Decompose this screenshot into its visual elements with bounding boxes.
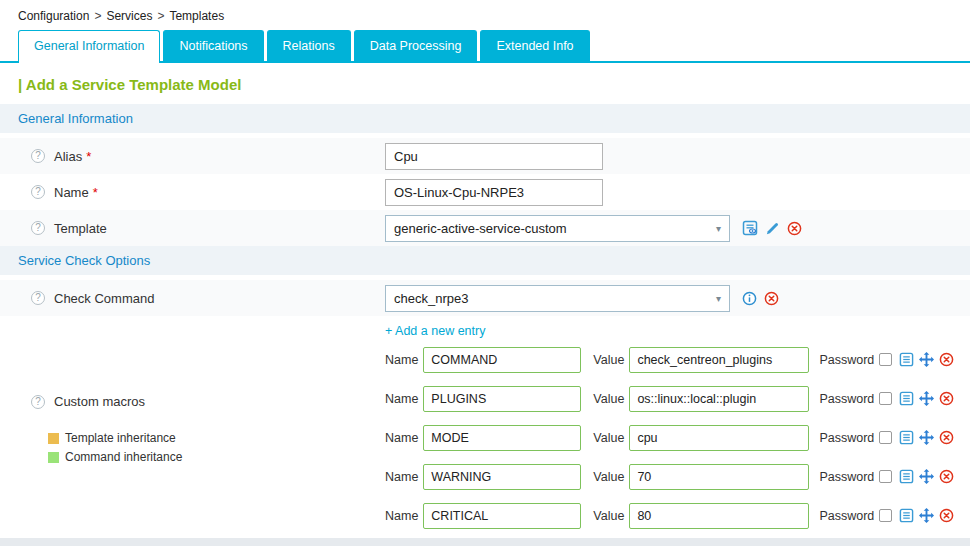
macro-row: Name Value Password <box>385 379 954 418</box>
check-command-select-value: check_nrpe3 <box>394 291 716 306</box>
view-template-icon[interactable] <box>742 220 758 236</box>
macro-password-label: Password <box>819 431 874 445</box>
macro-row: Name Value Password <box>385 418 954 457</box>
macro-row: Name Value Password <box>385 457 954 496</box>
macro-password-checkbox[interactable] <box>879 431 892 444</box>
breadcrumb-templates[interactable]: Templates <box>169 9 224 23</box>
legend-command-inheritance: Command inheritance <box>48 450 182 464</box>
legend-template-inheritance-label: Template inheritance <box>65 431 176 445</box>
macro-description-icon[interactable] <box>899 508 914 523</box>
check-command-label: Check Command <box>54 291 154 306</box>
macro-description-icon[interactable] <box>899 391 914 406</box>
tab-relations[interactable]: Relations <box>267 30 351 61</box>
command-info-icon[interactable] <box>742 291 757 306</box>
form-row-check-command: ? Check Command check_nrpe3 ▾ <box>0 280 970 316</box>
macro-name-label: Name <box>385 470 418 484</box>
template-label: Template <box>54 221 107 236</box>
tab-data-processing[interactable]: Data Processing <box>354 30 478 61</box>
macro-value-input[interactable] <box>629 386 809 412</box>
macro-value-input[interactable] <box>629 503 809 529</box>
section-service-check-options: Service Check Options <box>0 246 970 275</box>
macro-move-icon[interactable] <box>919 508 934 523</box>
macro-row: Name Value Password <box>385 496 954 535</box>
macro-password-label: Password <box>819 392 874 406</box>
macro-name-input[interactable] <box>423 464 581 490</box>
macro-password-label: Password <box>819 470 874 484</box>
macro-description-icon[interactable] <box>899 469 914 484</box>
breadcrumb: Configuration>Services>Templates <box>0 0 970 30</box>
page-title: | Add a Service Template Model <box>0 63 970 104</box>
tab-notifications[interactable]: Notifications <box>163 30 263 61</box>
macro-description-icon[interactable] <box>899 430 914 445</box>
macro-value-input[interactable] <box>629 347 809 373</box>
tab-general-information[interactable]: General Information <box>18 30 160 63</box>
name-label: Name <box>54 185 89 200</box>
macro-row: Name Value Password <box>385 340 954 379</box>
chevron-down-icon: ▾ <box>716 293 721 304</box>
macro-value-input[interactable] <box>629 425 809 451</box>
macro-delete-icon[interactable] <box>939 391 954 406</box>
macro-delete-icon[interactable] <box>939 469 954 484</box>
legend-command-inheritance-label: Command inheritance <box>65 450 182 464</box>
macro-name-input[interactable] <box>423 425 581 451</box>
macro-delete-icon[interactable] <box>939 508 954 523</box>
custom-macros-label: Custom macros <box>54 394 145 409</box>
macro-delete-icon[interactable] <box>939 430 954 445</box>
macro-name-input[interactable] <box>423 503 581 529</box>
section-general-information: General Information <box>0 104 970 133</box>
macro-password-checkbox[interactable] <box>879 392 892 405</box>
help-icon[interactable]: ? <box>31 149 45 163</box>
inheritance-legend: Template inheritance Command inheritance <box>48 431 182 469</box>
template-select[interactable]: generic-active-service-custom ▾ <box>385 215 730 242</box>
macro-description-icon[interactable] <box>899 352 914 367</box>
check-command-select[interactable]: check_nrpe3 ▾ <box>385 285 730 312</box>
help-icon[interactable]: ? <box>31 291 45 305</box>
alias-input[interactable] <box>385 143 603 170</box>
tab-bar: General Information Notifications Relati… <box>0 30 970 63</box>
alias-label: Alias <box>54 149 82 164</box>
form-row-name: ? Name * <box>0 174 970 210</box>
tab-extended-info[interactable]: Extended Info <box>480 30 589 61</box>
help-icon[interactable]: ? <box>31 395 45 409</box>
macro-name-label: Name <box>385 509 418 523</box>
macro-value-label: Value <box>593 392 624 406</box>
breadcrumb-separator: > <box>94 9 101 23</box>
section-divider <box>0 538 970 546</box>
macro-password-label: Password <box>819 353 874 367</box>
breadcrumb-configuration[interactable]: Configuration <box>18 9 89 23</box>
macro-password-checkbox[interactable] <box>879 509 892 522</box>
edit-template-icon[interactable] <box>765 221 780 236</box>
macro-password-checkbox[interactable] <box>879 353 892 366</box>
macro-delete-icon[interactable] <box>939 352 954 367</box>
macro-password-label: Password <box>819 509 874 523</box>
required-asterisk: * <box>93 185 98 200</box>
help-icon[interactable]: ? <box>31 185 45 199</box>
macro-name-input[interactable] <box>423 386 581 412</box>
breadcrumb-separator: > <box>157 9 164 23</box>
macro-name-label: Name <box>385 431 418 445</box>
name-input[interactable] <box>385 179 603 206</box>
clear-command-icon[interactable] <box>764 291 779 306</box>
form-row-alias: ? Alias * <box>0 138 970 174</box>
macro-value-input[interactable] <box>629 464 809 490</box>
command-inheritance-swatch <box>48 452 59 463</box>
macro-move-icon[interactable] <box>919 391 934 406</box>
breadcrumb-services[interactable]: Services <box>106 9 152 23</box>
macro-value-label: Value <box>593 431 624 445</box>
chevron-down-icon: ▾ <box>716 223 721 234</box>
macro-move-icon[interactable] <box>919 430 934 445</box>
macro-move-icon[interactable] <box>919 469 934 484</box>
macro-name-input[interactable] <box>423 347 581 373</box>
legend-template-inheritance: Template inheritance <box>48 431 182 445</box>
macro-name-label: Name <box>385 353 418 367</box>
macro-password-checkbox[interactable] <box>879 470 892 483</box>
macro-value-label: Value <box>593 353 624 367</box>
help-icon[interactable]: ? <box>31 221 45 235</box>
form-row-custom-macros: ? Custom macros Template inheritance Com… <box>0 316 970 535</box>
clear-template-icon[interactable] <box>787 221 802 236</box>
macro-move-icon[interactable] <box>919 352 934 367</box>
macro-value-label: Value <box>593 509 624 523</box>
form-row-template: ? Template generic-active-service-custom… <box>0 210 970 246</box>
add-new-entry-link[interactable]: + Add a new entry <box>385 324 485 338</box>
template-select-value: generic-active-service-custom <box>394 221 716 236</box>
